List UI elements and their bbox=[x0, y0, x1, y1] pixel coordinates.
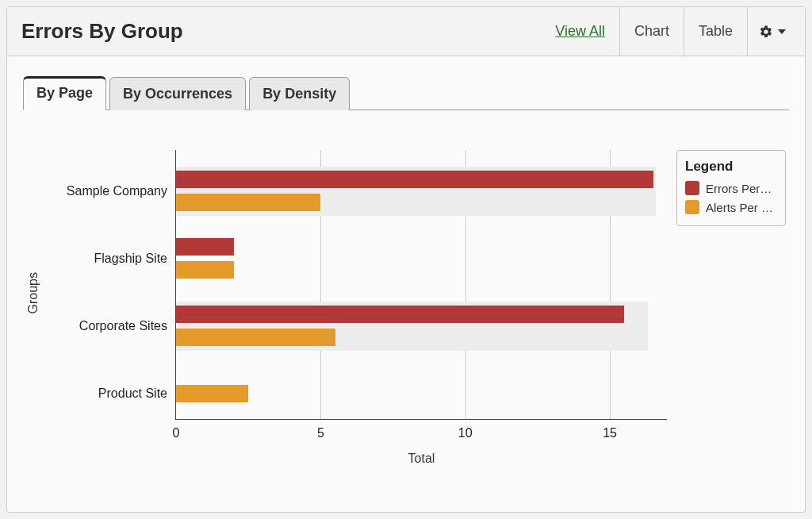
legend-item-alerts[interactable]: Alerts Per … bbox=[685, 200, 777, 214]
x-tick: 10 bbox=[458, 426, 473, 440]
tabs: By Page By Occurrences By Density bbox=[23, 75, 789, 110]
tab-by-page[interactable]: By Page bbox=[23, 76, 106, 110]
caret-down-icon bbox=[778, 29, 786, 34]
panel-header: Errors By Group View All Chart Table bbox=[7, 7, 805, 56]
bar-errors[interactable] bbox=[176, 306, 624, 323]
swatch-errors bbox=[685, 181, 699, 195]
bar-errors[interactable] bbox=[176, 171, 653, 188]
legend-label: Errors Per… bbox=[706, 182, 772, 195]
plot-area: 0 5 10 15 Total Legend Errors Per… Alert… bbox=[175, 150, 667, 420]
bar-alerts[interactable] bbox=[176, 329, 335, 346]
tab-by-density[interactable]: By Density bbox=[249, 77, 350, 110]
bar-alerts[interactable] bbox=[176, 261, 234, 279]
swatch-alerts bbox=[685, 200, 699, 214]
legend-label: Alerts Per … bbox=[706, 201, 773, 214]
y-label: Product Site bbox=[40, 386, 167, 401]
table-toggle-button[interactable]: Table bbox=[684, 7, 747, 56]
bar-errors[interactable] bbox=[176, 238, 234, 256]
x-tick: 15 bbox=[603, 426, 617, 440]
chart-toggle-button[interactable]: Chart bbox=[619, 7, 684, 56]
y-axis-labels: Sample Company Flagship Site Corporate S… bbox=[40, 150, 175, 483]
y-label: Sample Company bbox=[40, 184, 167, 198]
gear-icon bbox=[759, 25, 773, 39]
x-tick: 5 bbox=[317, 426, 324, 440]
panel-title: Errors By Group bbox=[21, 19, 541, 44]
y-label: Corporate Sites bbox=[40, 319, 167, 333]
x-axis-title: Total bbox=[408, 452, 435, 466]
x-tick: 0 bbox=[173, 426, 180, 440]
chart-area: Groups Sample Company Flagship Site Corp… bbox=[23, 150, 789, 483]
y-axis-title: Groups bbox=[23, 272, 40, 313]
panel-body: By Page By Occurrences By Density Groups… bbox=[7, 56, 805, 512]
legend-title: Legend bbox=[685, 159, 777, 175]
errors-by-group-panel: Errors By Group View All Chart Table By … bbox=[6, 6, 806, 513]
header-actions: View All Chart Table bbox=[541, 7, 797, 56]
tab-by-occurrences[interactable]: By Occurrences bbox=[109, 77, 246, 110]
bar-alerts[interactable] bbox=[176, 385, 248, 402]
legend-item-errors[interactable]: Errors Per… bbox=[685, 181, 777, 195]
legend: Legend Errors Per… Alerts Per … bbox=[676, 150, 786, 226]
view-all-link[interactable]: View All bbox=[541, 7, 619, 56]
settings-menu-button[interactable] bbox=[747, 7, 797, 56]
y-label: Flagship Site bbox=[40, 252, 167, 266]
bar-alerts[interactable] bbox=[176, 194, 320, 211]
